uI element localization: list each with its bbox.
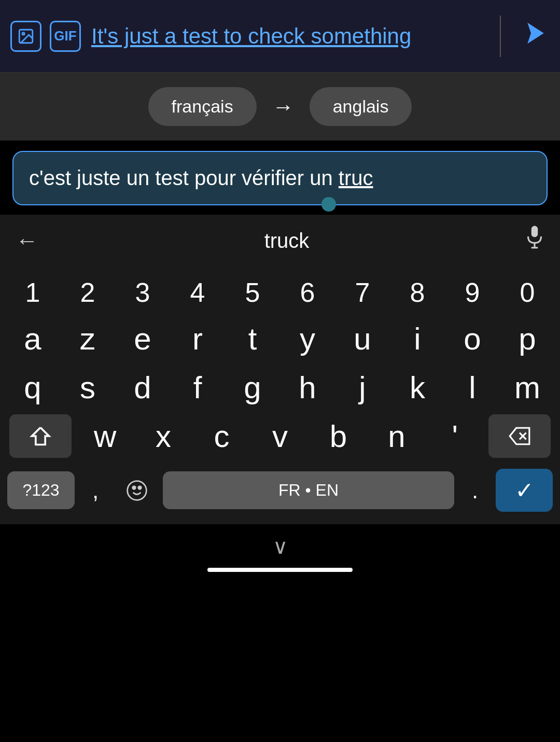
translated-word: truc: [339, 166, 373, 189]
period-key[interactable]: .: [459, 478, 491, 503]
key-j[interactable]: j: [338, 364, 387, 411]
word-suggestion-bar: ← truck: [0, 215, 560, 267]
message-bar-icons: GIF: [10, 21, 81, 52]
key-8[interactable]: 8: [393, 272, 442, 313]
gif-icon[interactable]: GIF: [50, 21, 81, 52]
key-x[interactable]: x: [138, 413, 188, 459]
key-s[interactable]: s: [63, 364, 113, 411]
chevron-down-icon[interactable]: ∨: [273, 535, 288, 558]
key-w[interactable]: w: [80, 413, 130, 459]
key-a[interactable]: a: [8, 315, 58, 362]
message-text: It's just a test to check something: [91, 24, 411, 49]
key-b[interactable]: b: [313, 413, 363, 459]
key-q[interactable]: q: [8, 364, 58, 411]
key-r[interactable]: r: [173, 315, 222, 362]
key-l[interactable]: l: [447, 364, 497, 411]
translation-input[interactable]: c'est juste un test pour vérifier un tru…: [12, 151, 548, 205]
key-2[interactable]: 2: [63, 272, 113, 313]
key-m[interactable]: m: [502, 364, 552, 411]
key-h[interactable]: h: [283, 364, 332, 411]
space-key[interactable]: FR • EN: [163, 471, 454, 509]
svg-point-8: [128, 481, 147, 500]
key-9[interactable]: 9: [447, 272, 497, 313]
home-indicator: [207, 568, 353, 572]
checkmark-icon: ✓: [515, 477, 534, 503]
key-e[interactable]: e: [118, 315, 167, 362]
vertical-divider: [500, 16, 501, 57]
translation-bar: français → anglais: [0, 73, 560, 141]
image-icon[interactable]: [10, 21, 41, 52]
key-u[interactable]: u: [338, 315, 387, 362]
key-f[interactable]: f: [173, 364, 222, 411]
key-n[interactable]: n: [372, 413, 422, 459]
key-z[interactable]: z: [63, 315, 113, 362]
keyboard-bottom-row: ?123 , FR • EN . ✓: [0, 461, 560, 519]
svg-point-1: [22, 32, 24, 34]
chevron-bar: ∨: [0, 524, 560, 577]
svg-point-9: [133, 486, 136, 489]
send-icon[interactable]: [522, 19, 550, 53]
translated-text-prefix: c'est juste un test pour vérifier un: [29, 166, 339, 189]
key-y[interactable]: y: [283, 315, 332, 362]
letter-row-3: w x c v b n ': [0, 413, 560, 459]
translation-arrow: →: [272, 94, 294, 119]
emoji-key[interactable]: [116, 479, 158, 502]
key-v[interactable]: v: [255, 413, 305, 459]
key-3[interactable]: 3: [118, 272, 167, 313]
key-p[interactable]: p: [502, 315, 552, 362]
message-input-area[interactable]: It's just a test to check something: [91, 24, 479, 49]
key-k[interactable]: k: [393, 364, 442, 411]
comma-key[interactable]: ,: [80, 478, 111, 503]
key-6[interactable]: 6: [283, 272, 332, 313]
key-apostrophe[interactable]: ': [430, 413, 480, 459]
key-o[interactable]: o: [447, 315, 497, 362]
key-1[interactable]: 1: [8, 272, 58, 313]
enter-key[interactable]: ✓: [496, 469, 553, 512]
key-4[interactable]: 4: [173, 272, 222, 313]
svg-marker-2: [527, 23, 544, 44]
key-t[interactable]: t: [228, 315, 277, 362]
mic-icon[interactable]: [525, 225, 544, 256]
text-cursor: [321, 197, 336, 212]
key-d[interactable]: d: [118, 364, 167, 411]
number-row: 1 2 3 4 5 6 7 8 9 0: [0, 272, 560, 313]
svg-rect-3: [531, 226, 538, 237]
back-arrow-icon[interactable]: ←: [16, 228, 38, 254]
shift-key[interactable]: [9, 414, 72, 458]
message-bar: GIF It's just a test to check something: [0, 0, 560, 73]
delete-key[interactable]: [488, 414, 551, 458]
letter-row-2: q s d f g h j k l m: [0, 364, 560, 411]
source-lang-pill[interactable]: français: [148, 87, 257, 126]
num-toggle-key[interactable]: ?123: [7, 471, 75, 509]
keyboard: 1 2 3 4 5 6 7 8 9 0 a z e r t y u i o p …: [0, 267, 560, 524]
target-lang-pill[interactable]: anglais: [310, 87, 412, 126]
key-c[interactable]: c: [197, 413, 247, 459]
key-i[interactable]: i: [393, 315, 442, 362]
key-7[interactable]: 7: [338, 272, 387, 313]
word-suggestion-text[interactable]: truck: [49, 229, 525, 253]
svg-point-10: [138, 486, 142, 489]
key-5[interactable]: 5: [228, 272, 277, 313]
key-g[interactable]: g: [228, 364, 277, 411]
letter-row-1: a z e r t y u i o p: [0, 315, 560, 362]
key-0[interactable]: 0: [502, 272, 552, 313]
